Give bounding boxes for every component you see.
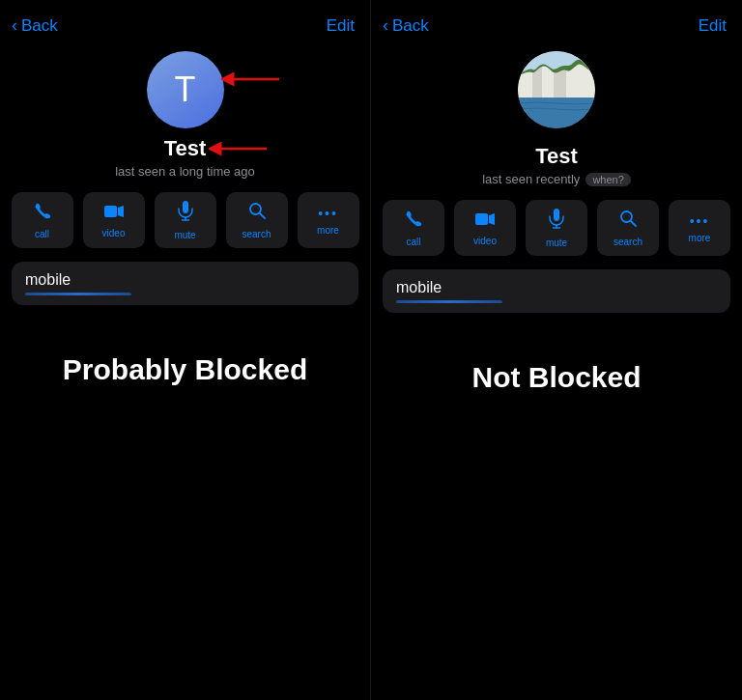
left-video-label: video — [102, 228, 126, 238]
svg-point-17 — [621, 211, 632, 222]
right-mute-icon — [548, 208, 565, 234]
left-search-label: search — [242, 229, 271, 239]
right-call-label: call — [406, 237, 420, 247]
more-icon: ••• — [318, 206, 338, 221]
landscape-photo — [518, 51, 595, 128]
chevron-left-icon: ‹ — [12, 15, 17, 36]
svg-marker-5 — [118, 206, 124, 217]
left-avatar-initial: T — [175, 70, 196, 110]
right-action-row: call video mute — [371, 200, 742, 256]
right-mute-button[interactable]: mute — [526, 200, 587, 256]
left-more-label: more — [317, 225, 339, 236]
right-nav-bar: ‹ Back Edit — [371, 12, 742, 43]
right-info-bar — [396, 300, 502, 303]
right-info-label: mobile — [396, 279, 717, 296]
left-edit-button[interactable]: Edit — [327, 16, 355, 36]
right-panel: ‹ Back Edit — [371, 0, 742, 700]
right-video-button[interactable]: video — [454, 200, 516, 256]
right-video-icon — [474, 210, 496, 232]
left-name-container: Test — [164, 136, 207, 164]
right-contact-name: Test — [535, 144, 578, 169]
svg-rect-13 — [475, 213, 488, 225]
right-search-label: search — [614, 237, 642, 247]
right-video-label: video — [473, 236, 497, 246]
left-back-button[interactable]: ‹ Back — [12, 15, 58, 36]
right-back-button[interactable]: ‹ Back — [383, 15, 429, 36]
left-edit-label: Edit — [327, 16, 355, 35]
red-arrow-1 — [221, 69, 284, 90]
left-avatar-container: T — [147, 51, 224, 128]
right-back-label: Back — [392, 16, 429, 36]
red-arrow-2 — [209, 138, 271, 159]
left-status-label: Probably Blocked — [63, 353, 307, 386]
svg-line-9 — [260, 213, 265, 218]
left-back-label: Back — [21, 16, 58, 36]
right-call-icon — [404, 209, 423, 233]
left-avatar: T — [147, 51, 224, 128]
right-avatar — [518, 51, 595, 128]
when-badge[interactable]: when? — [585, 173, 630, 186]
left-action-row: call video mute — [0, 192, 371, 248]
right-more-label: more — [689, 233, 711, 243]
left-mute-label: mute — [174, 230, 195, 240]
call-icon — [33, 201, 52, 225]
left-contact-name: Test — [164, 136, 207, 161]
video-icon — [103, 202, 125, 224]
left-search-button[interactable]: search — [226, 192, 288, 248]
left-info-label: mobile — [25, 271, 345, 289]
left-info-row: mobile — [12, 262, 358, 305]
right-last-seen: last seen recently when? — [482, 172, 631, 186]
svg-rect-4 — [104, 206, 117, 217]
right-edit-button[interactable]: Edit — [699, 16, 727, 36]
mute-icon — [177, 200, 194, 226]
right-edit-label: Edit — [699, 16, 727, 35]
left-call-button[interactable]: call — [12, 192, 73, 248]
left-video-button[interactable]: video — [83, 192, 145, 248]
left-mute-button[interactable]: mute — [155, 192, 216, 248]
right-search-icon — [618, 209, 638, 233]
svg-line-18 — [631, 221, 636, 226]
left-more-button[interactable]: ••• more — [298, 192, 359, 248]
left-info-bar — [25, 293, 131, 295]
right-search-button[interactable]: search — [597, 200, 659, 256]
left-nav-bar: ‹ Back Edit — [0, 12, 370, 43]
right-status-label: Not Blocked — [471, 361, 641, 394]
right-call-button[interactable]: call — [383, 200, 444, 256]
svg-marker-14 — [489, 213, 495, 225]
right-info-row: mobile — [383, 269, 730, 313]
right-chevron-left-icon: ‹ — [383, 15, 388, 36]
right-mute-label: mute — [546, 238, 567, 248]
right-more-icon: ••• — [690, 213, 710, 229]
left-panel: ‹ Back Edit T Test — [0, 0, 371, 700]
left-last-seen: last seen a long time ago — [115, 164, 255, 179]
right-avatar-container — [518, 51, 595, 128]
right-more-button[interactable]: ••• more — [669, 200, 730, 256]
search-icon — [247, 201, 267, 225]
svg-point-8 — [250, 204, 261, 214]
left-call-label: call — [35, 229, 49, 239]
